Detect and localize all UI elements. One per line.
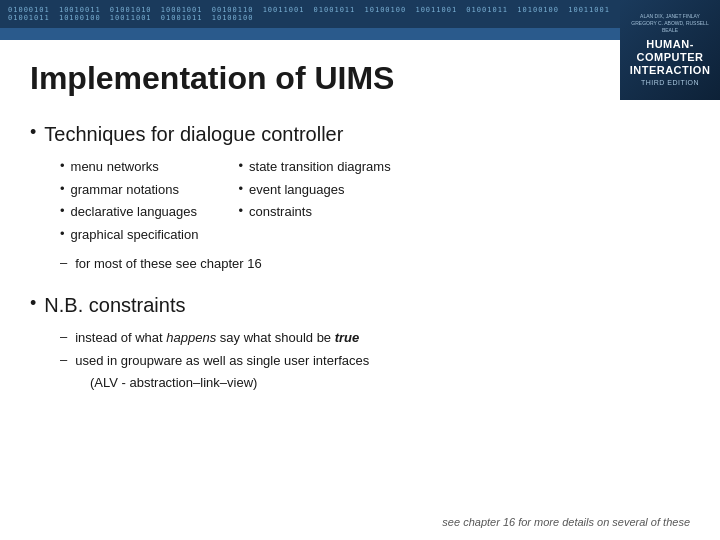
bottom-note: see chapter 16 for more details on sever… xyxy=(442,516,690,528)
list-item: • grammar notations xyxy=(60,180,198,200)
dash-happens-text: instead of what happens say what should … xyxy=(75,328,359,348)
item-grammar-notations: grammar notations xyxy=(71,180,179,200)
item-state-transition: state transition diagrams xyxy=(249,157,391,177)
list-item: • state transition diagrams xyxy=(238,157,390,177)
bullet-dot-2: • xyxy=(30,292,36,315)
binary-stripe xyxy=(0,28,620,40)
list-item: • menu networks xyxy=(60,157,198,177)
list-item: • constraints xyxy=(238,202,390,222)
sub-dot: • xyxy=(238,181,243,196)
top-banner: 01000101 10010011 01001010 10001001 0010… xyxy=(0,0,620,28)
main-bullet-techniques: • Techniques for dialogue controller xyxy=(30,121,690,147)
dash-groupware-text: used in groupware as well as single user… xyxy=(75,351,369,371)
dash-happens: – instead of what happens say what shoul… xyxy=(60,328,690,348)
sub-dot: • xyxy=(238,203,243,218)
page-title: Implementation of UIMS xyxy=(30,60,690,97)
item-declarative-languages: declarative languages xyxy=(71,202,197,222)
book-authors: ALAN DIX, JANET FINLAYGREGORY C. ABOWD, … xyxy=(626,13,714,34)
sub-dot: • xyxy=(60,203,65,218)
main-bullet-constraints: • N.B. constraints xyxy=(30,292,690,318)
sub-dot: • xyxy=(60,158,65,173)
list-item: • event languages xyxy=(238,180,390,200)
sub-bullets-container: • menu networks • grammar notations • de… xyxy=(60,157,690,244)
item-event-languages: event languages xyxy=(249,180,344,200)
sub-dot: • xyxy=(238,158,243,173)
sub-bullets-col2: • state transition diagrams • event lang… xyxy=(238,157,390,244)
sub-bullets-col1: • menu networks • grammar notations • de… xyxy=(60,157,198,244)
dash-groupware: – used in groupware as well as single us… xyxy=(60,351,690,371)
dash-chapter16: – for most of these see chapter 16 xyxy=(60,254,690,274)
constraints-label: N.B. constraints xyxy=(44,292,185,318)
main-content: Implementation of UIMS • Techniques for … xyxy=(0,40,720,540)
banner-text: 01000101 10010011 01001010 10001001 0010… xyxy=(8,6,612,22)
dash-symbol-3: – xyxy=(60,352,67,367)
section-techniques: • Techniques for dialogue controller • m… xyxy=(30,121,690,274)
section-constraints: • N.B. constraints – instead of what hap… xyxy=(30,292,690,390)
dash-chapter16-text: for most of these see chapter 16 xyxy=(75,254,261,274)
dash-symbol: – xyxy=(60,255,67,270)
dash-symbol-2: – xyxy=(60,329,67,344)
techniques-label: Techniques for dialogue controller xyxy=(44,121,343,147)
alv-note: (ALV - abstraction–link–view) xyxy=(90,375,690,390)
bullet-dot-1: • xyxy=(30,121,36,144)
list-item: • graphical specification xyxy=(60,225,198,245)
sub-dot: • xyxy=(60,181,65,196)
item-graphical-specification: graphical specification xyxy=(71,225,199,245)
list-item: • declarative languages xyxy=(60,202,198,222)
sub-dot: • xyxy=(60,226,65,241)
item-menu-networks: menu networks xyxy=(71,157,159,177)
item-constraints: constraints xyxy=(249,202,312,222)
